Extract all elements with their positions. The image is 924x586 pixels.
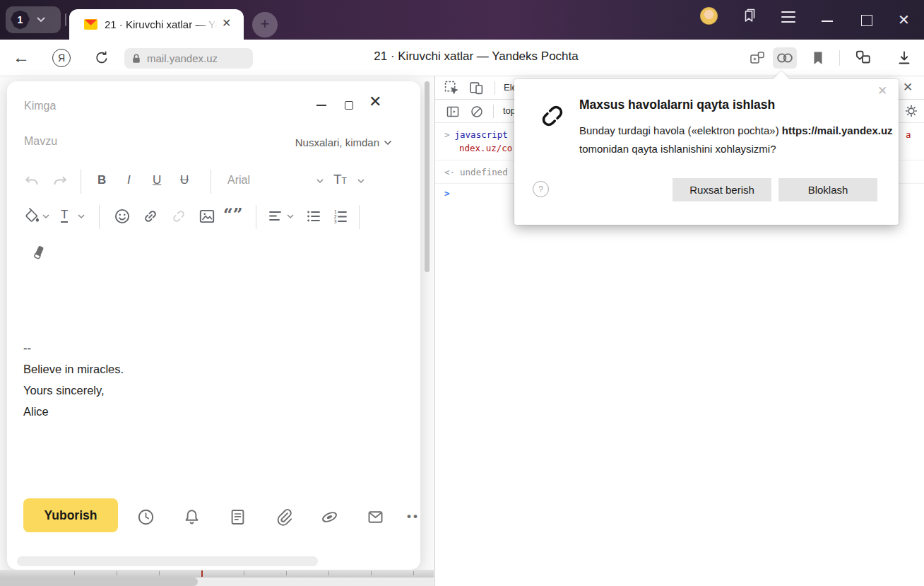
device-toolbar-icon[interactable] xyxy=(469,81,484,95)
result-arrow: <· xyxy=(444,167,455,177)
bookmarks-panel-icon[interactable] xyxy=(740,7,757,24)
link-icon xyxy=(535,99,569,133)
browser-toolbar: ← Я mail.yandex.uz 21 · Kiruvchi xatlar … xyxy=(0,40,924,76)
attach-file-icon[interactable] xyxy=(274,508,293,527)
popup-body-link: https://mail.yandex.uz xyxy=(782,124,893,136)
insert-image-icon[interactable] xyxy=(198,207,216,225)
browser-titlebar: 1 21 · Kiruvchi xatlar — Ya ✕ + ✕ xyxy=(0,0,924,40)
insert-link-icon[interactable] xyxy=(141,207,160,225)
clear-console-icon[interactable] xyxy=(470,105,484,119)
compose-restore-button[interactable] xyxy=(345,101,353,110)
page-content: Kimga ✕ Mavzu Nusxalari, kimdan B I U U xyxy=(0,76,434,586)
tab-counter[interactable]: 1 xyxy=(6,6,61,33)
signature-line: Yours sincerely, xyxy=(23,380,124,401)
chevron-down-icon[interactable] xyxy=(78,214,85,219)
popup-body: Bunday turdagi havola («elektron pochta»… xyxy=(579,122,903,158)
undo-icon[interactable] xyxy=(23,172,41,191)
format-toolbar-row1: B I U U Arial TT xyxy=(7,168,420,196)
send-button[interactable]: Yuborish xyxy=(23,498,118,532)
console-result: undefined xyxy=(460,167,508,177)
chevron-down-icon[interactable] xyxy=(42,214,49,219)
allow-button[interactable]: Ruxsat berish xyxy=(673,178,771,201)
quote-icon[interactable]: “” xyxy=(223,204,243,225)
devtools-divider xyxy=(493,105,494,118)
timeline-strip xyxy=(0,570,434,578)
align-icon[interactable] xyxy=(267,208,284,225)
compose-window: Kimga ✕ Mavzu Nusxalari, kimdan B I U U xyxy=(7,81,420,570)
redo-icon[interactable] xyxy=(51,172,69,191)
toolbar-divider xyxy=(211,170,211,194)
toolbar-divider xyxy=(839,50,840,66)
schedule-send-icon[interactable] xyxy=(136,508,155,527)
compose-minimize-button[interactable] xyxy=(316,105,326,106)
t-large: T xyxy=(333,172,342,187)
attach-from-disk-icon[interactable] xyxy=(320,508,339,527)
toolbar-divider xyxy=(359,205,360,229)
help-icon[interactable]: ? xyxy=(533,181,549,197)
gear-icon[interactable] xyxy=(904,104,918,118)
block-button[interactable]: Bloklash xyxy=(778,178,877,201)
split-screen-icon[interactable] xyxy=(749,49,766,66)
scrollbar-thumb[interactable] xyxy=(0,578,198,586)
italic-button[interactable]: I xyxy=(127,173,131,187)
chevron-down-icon[interactable] xyxy=(357,179,365,184)
devtools-divider xyxy=(494,81,495,95)
avatar[interactable] xyxy=(700,7,718,25)
link-icon xyxy=(776,52,794,64)
devtools-close-button[interactable]: ✕ xyxy=(903,80,913,95)
remove-link-icon[interactable] xyxy=(170,207,188,225)
template-icon[interactable] xyxy=(228,508,247,527)
special-link-button[interactable] xyxy=(773,47,797,69)
menu-icon[interactable] xyxy=(781,11,796,23)
window-maximize-button[interactable] xyxy=(861,15,872,26)
window-minimize-button[interactable] xyxy=(822,20,833,22)
tab-close-icon[interactable]: ✕ xyxy=(222,16,231,30)
chevron-down-icon[interactable] xyxy=(287,214,294,219)
new-tab-button[interactable]: + xyxy=(252,12,278,37)
popup-close-icon[interactable]: ✕ xyxy=(877,83,887,98)
tab-count-badge: 1 xyxy=(11,11,30,30)
attach-from-mail-icon[interactable] xyxy=(366,508,385,527)
download-icon[interactable] xyxy=(896,49,913,66)
active-tab[interactable]: 21 · Kiruvchi xatlar — Ya ✕ xyxy=(69,9,244,40)
window-close-button[interactable]: ✕ xyxy=(898,11,910,28)
yandex-mail-logo-icon xyxy=(83,18,98,31)
compose-close-button[interactable]: ✕ xyxy=(369,93,381,111)
clear-format-icon[interactable] xyxy=(30,244,48,262)
to-field[interactable]: Kimga xyxy=(24,100,56,112)
fill-color-icon[interactable] xyxy=(23,207,41,225)
console-input-text: javascript xyxy=(455,129,508,140)
inspect-element-icon[interactable] xyxy=(444,81,459,95)
subject-field[interactable]: Mavzu xyxy=(24,135,57,148)
strikethrough-button[interactable]: U xyxy=(180,173,189,187)
numbered-list-icon[interactable]: 1 2 3 xyxy=(332,208,349,225)
signature-line: Believe in miracles. xyxy=(23,358,124,380)
popup-body-text: tomonidan qayta ishlanishini xohlaysizmi… xyxy=(579,143,776,155)
bookmark-icon[interactable] xyxy=(810,49,827,66)
bold-button[interactable]: B xyxy=(97,173,106,187)
signature-line: Alice xyxy=(23,401,124,422)
titlebar-divider xyxy=(65,13,66,26)
popup-body-text: Bunday turdagi havola («elektron pochta»… xyxy=(579,124,782,136)
font-size-select[interactable]: TT xyxy=(333,172,347,187)
message-body[interactable]: -- Believe in miracles. Yours sincerely,… xyxy=(23,337,124,422)
chevron-down-icon[interactable] xyxy=(37,17,45,23)
compose-scrollbar[interactable] xyxy=(17,556,318,566)
cc-from-toggle[interactable]: Nusxalari, kimdan xyxy=(295,136,392,148)
chevron-down-icon[interactable] xyxy=(316,179,324,184)
svg-text:3: 3 xyxy=(334,219,337,225)
emoji-icon[interactable] xyxy=(113,207,131,225)
underline-button[interactable]: U xyxy=(153,173,161,187)
console-sidebar-icon[interactable] xyxy=(446,105,460,119)
more-actions-button[interactable]: •• xyxy=(407,510,420,524)
chevron-down-icon xyxy=(384,140,392,146)
bullet-list-icon[interactable] xyxy=(305,208,322,225)
font-family-select[interactable]: Arial xyxy=(227,174,250,187)
notify-icon[interactable] xyxy=(182,508,201,527)
text-color-button[interactable]: T xyxy=(61,208,68,223)
page-vertical-scrollbar[interactable] xyxy=(425,81,430,272)
collections-icon[interactable] xyxy=(853,49,872,67)
toolbar-divider xyxy=(99,205,100,229)
cc-from-label: Nusxalari, kimdan xyxy=(295,136,379,148)
page-horizontal-scrollbar[interactable] xyxy=(0,578,434,586)
